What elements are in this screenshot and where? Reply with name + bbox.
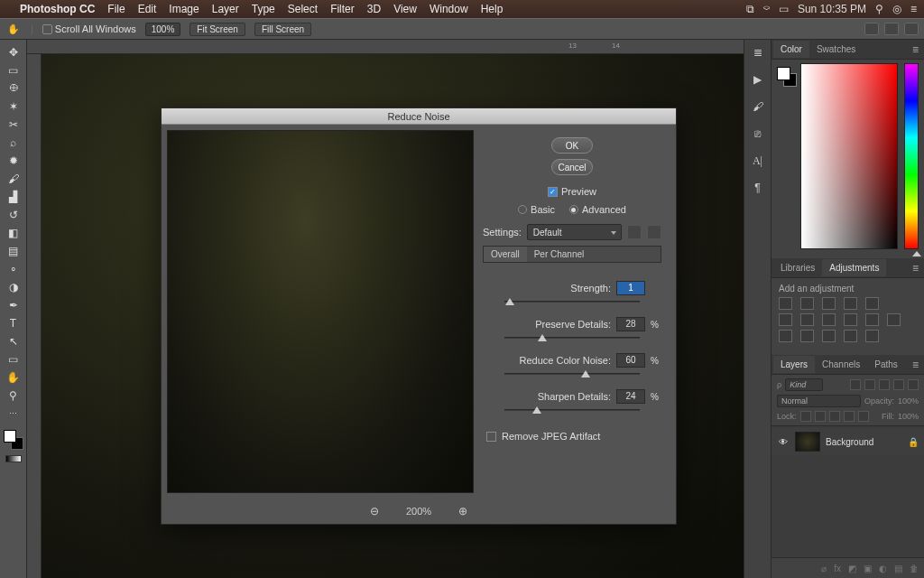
wifi-icon[interactable]: ⌔ xyxy=(763,3,770,15)
adjustments-panel-menu[interactable]: ≡ xyxy=(907,262,924,275)
new-group-icon[interactable]: ▣ xyxy=(864,564,872,573)
menu-window[interactable]: Window xyxy=(430,3,468,15)
preserve-slider[interactable] xyxy=(504,337,640,339)
tab-channels[interactable]: Channels xyxy=(815,356,867,373)
lock-pos[interactable] xyxy=(829,411,840,422)
siri-icon[interactable]: ◎ xyxy=(892,3,901,15)
adj-gradmap[interactable] xyxy=(844,330,857,342)
character-panel-icon[interactable]: A| xyxy=(751,154,765,168)
tab-adjustments[interactable]: Adjustments xyxy=(822,259,886,276)
sharpen-slider[interactable] xyxy=(504,409,640,411)
menu-extras-icon[interactable]: ≡ xyxy=(910,3,917,15)
fill-screen-button[interactable]: Fill Screen xyxy=(254,23,311,36)
pen-tool[interactable]: ✒ xyxy=(2,296,25,314)
tab-libraries[interactable]: Libraries xyxy=(773,259,822,276)
strength-value[interactable]: 1 xyxy=(616,281,645,295)
dodge-tool[interactable]: ◑ xyxy=(2,278,25,296)
lock-all[interactable] xyxy=(858,411,869,422)
quick-mask-toggle[interactable] xyxy=(5,455,22,462)
adj-poster[interactable] xyxy=(800,330,814,342)
tab-swatches[interactable]: Swatches xyxy=(809,41,863,58)
edit-toolbar-button[interactable]: ⋯ xyxy=(2,405,25,423)
radio-advanced[interactable]: Advanced xyxy=(569,204,626,215)
save-settings-icon[interactable] xyxy=(627,225,642,239)
visibility-icon[interactable]: 👁 xyxy=(777,437,790,447)
layer-filter-select[interactable]: Kind xyxy=(785,378,823,391)
color-swatch[interactable] xyxy=(4,430,23,450)
clock[interactable]: Sun 10:35 PM xyxy=(798,3,866,15)
tab-overall[interactable]: Overall xyxy=(484,247,527,262)
link-layers-icon[interactable]: ⌀ xyxy=(821,564,827,573)
delete-settings-icon[interactable] xyxy=(647,225,661,239)
crop-tool[interactable]: ✂ xyxy=(2,116,25,134)
delete-layer-icon[interactable]: 🗑 xyxy=(910,564,919,573)
adj-brightness[interactable] xyxy=(779,297,792,310)
adj-colorbal[interactable] xyxy=(800,313,814,326)
filter-type[interactable] xyxy=(879,379,890,390)
battery-icon[interactable]: ▭ xyxy=(779,3,789,15)
color-panel-menu[interactable]: ≡ xyxy=(907,43,924,56)
shape-tool[interactable]: ▭ xyxy=(2,350,25,368)
brush-settings-icon[interactable]: ⎚ xyxy=(751,126,765,141)
blur-tool[interactable]: ∘ xyxy=(2,260,25,278)
tab-color[interactable]: Color xyxy=(773,41,809,58)
healing-tool[interactable]: ✹ xyxy=(2,152,25,170)
opacity-value[interactable]: 100% xyxy=(898,396,919,406)
history-panel-icon[interactable]: ≣ xyxy=(751,45,765,60)
adj-hue[interactable] xyxy=(779,313,792,326)
app-name[interactable]: Photoshop CC xyxy=(20,3,95,15)
zoom-out-icon[interactable]: ⊖ xyxy=(370,505,379,517)
lock-artb[interactable] xyxy=(844,411,855,422)
filter-shape[interactable] xyxy=(893,379,904,390)
menu-edit[interactable]: Edit xyxy=(138,3,157,15)
color-field[interactable] xyxy=(800,63,898,249)
settings-dropdown[interactable]: Default xyxy=(527,224,622,240)
menu-type[interactable]: Type xyxy=(252,3,275,15)
menu-select[interactable]: Select xyxy=(288,3,318,15)
color-fg-bg[interactable] xyxy=(777,67,797,87)
menu-filter[interactable]: Filter xyxy=(330,3,355,15)
radio-basic[interactable]: Basic xyxy=(518,204,555,215)
sharpen-value[interactable]: 24 xyxy=(616,389,645,404)
paragraph-panel-icon[interactable]: ¶ xyxy=(751,181,765,195)
color-noise-slider[interactable] xyxy=(504,373,640,375)
zoom-in-icon[interactable]: ⊕ xyxy=(458,505,467,517)
adj-curves[interactable] xyxy=(822,297,836,310)
filter-adj[interactable] xyxy=(864,379,875,390)
move-tool[interactable]: ✥ xyxy=(2,43,25,61)
adj-bw[interactable] xyxy=(822,313,836,326)
marquee-tool[interactable]: ▭ xyxy=(2,61,25,79)
color-noise-value[interactable]: 60 xyxy=(616,353,645,368)
layers-panel-menu[interactable]: ≡ xyxy=(907,359,924,371)
menu-help[interactable]: Help xyxy=(481,3,504,15)
menu-file[interactable]: File xyxy=(107,3,125,15)
strength-slider[interactable] xyxy=(504,301,640,303)
share-icon[interactable] xyxy=(904,23,919,35)
gradient-tool[interactable]: ▤ xyxy=(2,242,25,260)
filter-pixel[interactable] xyxy=(850,379,861,390)
quick-select-tool[interactable]: ✶ xyxy=(2,98,25,116)
adj-vibrance[interactable] xyxy=(865,297,879,310)
new-layer-icon[interactable]: ▤ xyxy=(894,564,902,573)
tab-per-channel[interactable]: Per Channel xyxy=(527,247,592,262)
adj-selcolor[interactable] xyxy=(865,330,879,342)
layer-mask-icon[interactable]: ◩ xyxy=(848,564,856,573)
hue-slider[interactable] xyxy=(904,63,919,249)
zoom-tool[interactable]: ⚲ xyxy=(2,387,25,405)
workspace-icon-2[interactable] xyxy=(884,23,899,35)
adj-invert[interactable] xyxy=(779,330,792,342)
ok-button[interactable]: OK xyxy=(551,137,593,154)
tab-paths[interactable]: Paths xyxy=(867,356,905,373)
fit-screen-button[interactable]: Fit Screen xyxy=(189,23,245,36)
history-brush-tool[interactable]: ↺ xyxy=(2,206,25,224)
adj-levels[interactable] xyxy=(800,297,814,310)
workspace-icon-1[interactable] xyxy=(864,23,879,35)
brush-panel-icon[interactable]: 🖌 xyxy=(751,99,765,114)
lock-trans[interactable] xyxy=(800,411,811,422)
dialog-preview[interactable] xyxy=(167,130,474,493)
remove-jpeg-checkbox[interactable]: Remove JPEG Artifact xyxy=(486,431,661,442)
cancel-button[interactable]: Cancel xyxy=(551,159,593,175)
layer-row[interactable]: 👁 Background 🔒 xyxy=(772,428,924,455)
eyedropper-tool[interactable]: ⌕ xyxy=(2,134,25,152)
zoom-field[interactable]: 100% xyxy=(145,23,181,36)
